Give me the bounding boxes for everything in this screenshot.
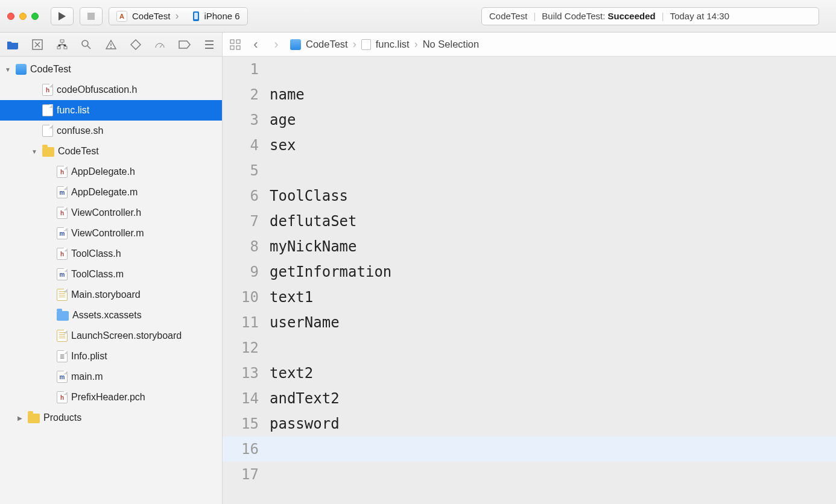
code-line[interactable]: 2name [223,82,836,107]
code-line[interactable]: 8myNickName [223,234,836,259]
activity-viewer: CodeTest | Build CodeTest: Succeeded | T… [481,7,819,25]
line-text: password [270,411,836,436]
h-file-icon [57,207,68,219]
tree-item[interactable]: ViewController.h [0,203,222,223]
tree-item[interactable]: func.list [0,100,222,121]
tree-item[interactable]: AppDelegate.h [0,162,222,182]
folder-icon [7,40,19,49]
line-number: 11 [223,310,270,335]
hierarchy-icon [57,39,68,50]
tree-item-label: ToolClass.h [71,248,121,259]
tree-item[interactable]: PrefixHeader.pch [0,387,222,408]
line-number: 2 [223,82,270,107]
debug-navigator-tab[interactable] [153,37,167,52]
line-text: name [270,82,836,107]
code-line[interactable]: 6ToolClass [223,183,836,209]
app-icon [116,11,127,22]
tree-item[interactable]: CodeTest [0,141,222,162]
sb-file-icon [57,289,68,301]
tree-item-label: Products [43,412,81,423]
code-line[interactable]: 11userName [223,310,836,335]
code-line[interactable]: 4sex [223,133,836,158]
code-line[interactable]: 1 [223,57,836,82]
svg-point-4 [82,40,88,46]
breadcrumb[interactable]: CodeTest › func.list › No Selection [290,38,479,51]
breakpoint-navigator-tab[interactable] [178,37,192,52]
folder-icon [28,414,40,423]
code-editor[interactable]: 12name3age4sex56ToolClass7deflutaSet8myN… [223,57,836,504]
search-icon [81,39,92,50]
disclosure-triangle-icon[interactable] [30,147,39,156]
related-items-button[interactable] [229,38,242,51]
svg-rect-8 [230,46,234,49]
line-text: text1 [270,285,836,310]
run-button[interactable] [51,7,74,25]
tree-root[interactable]: CodeTest [0,59,222,80]
project-tree[interactable]: CodeTest codeObfuscation.hfunc.listconfu… [0,57,222,504]
tree-item[interactable]: ViewController.m [0,223,222,244]
code-line[interactable]: 13text2 [223,361,836,386]
code-line[interactable]: 9getInformation [223,259,836,285]
stop-button[interactable] [80,7,103,25]
forward-button[interactable]: › [270,38,283,51]
divider: | [533,11,536,21]
line-number: 14 [223,386,270,411]
symbol-navigator-tab[interactable] [55,37,69,52]
minimize-window-button[interactable] [19,13,27,20]
tree-item[interactable]: Info.plist [0,346,222,367]
disclosure-triangle-icon[interactable] [4,65,12,74]
warning-icon [106,39,116,50]
find-navigator-tab[interactable] [80,37,93,52]
project-navigator-tab[interactable] [6,37,20,52]
diamond-icon [130,39,141,50]
code-line[interactable]: 12 [223,335,836,361]
tree-item[interactable]: ToolClass.h [0,244,222,264]
code-line[interactable]: 17 [223,462,836,487]
tree-item[interactable]: Main.storyboard [0,285,222,305]
line-text [270,436,836,462]
toolbar: CodeTest › iPhone 6 CodeTest | Build Cod… [0,0,836,33]
line-text [270,335,836,361]
code-line[interactable]: 3age [223,107,836,133]
tree-item[interactable]: Products [0,408,222,428]
report-navigator-tab[interactable] [202,37,216,52]
disclosure-triangle-icon[interactable] [16,414,24,422]
line-number: 16 [223,436,270,462]
tree-item[interactable]: Assets.xcassets [0,305,222,326]
tree-item[interactable]: LaunchScreen.storyboard [0,326,222,346]
code-line[interactable]: 5 [223,158,836,183]
tree-item[interactable]: codeObfuscation.h [0,80,222,100]
line-text: age [270,107,836,133]
scheme-selector[interactable]: CodeTest › iPhone 6 [109,7,248,25]
tree-item-label: codeObfuscation.h [57,84,137,95]
activity-prefix: Build CodeTest: [542,11,607,21]
code-line[interactable]: 7deflutaSet [223,209,836,234]
grid-icon [230,39,241,50]
line-number: 10 [223,285,270,310]
tree-item[interactable]: AppDelegate.m [0,182,222,203]
line-number: 5 [223,158,270,183]
tree-item[interactable]: confuse.sh [0,121,222,141]
svg-rect-3 [64,46,67,49]
tree-item-label: confuse.sh [57,125,103,136]
code-line[interactable]: 10text1 [223,285,836,310]
close-window-button[interactable] [7,13,14,20]
zoom-window-button[interactable] [31,13,39,20]
h-file-icon [42,84,53,96]
line-text: myNickName [270,234,836,259]
h-file-icon [57,391,68,403]
source-control-navigator-tab[interactable] [31,37,45,52]
code-line[interactable]: 14andText2 [223,386,836,411]
line-number: 3 [223,107,270,133]
tree-item[interactable]: ToolClass.m [0,264,222,285]
line-number: 9 [223,259,270,285]
tree-item[interactable]: main.m [0,367,222,387]
code-line[interactable]: 15password [223,411,836,436]
issue-navigator-tab[interactable] [104,37,118,52]
back-button[interactable]: ‹ [249,38,262,51]
chevron-right-icon: › [274,37,278,52]
editor-area: ‹ › CodeTest › func.list › No Selection … [223,33,836,504]
code-line[interactable]: 16 [223,436,836,462]
test-navigator-tab[interactable] [128,37,142,52]
tree-item-label: main.m [71,371,103,382]
